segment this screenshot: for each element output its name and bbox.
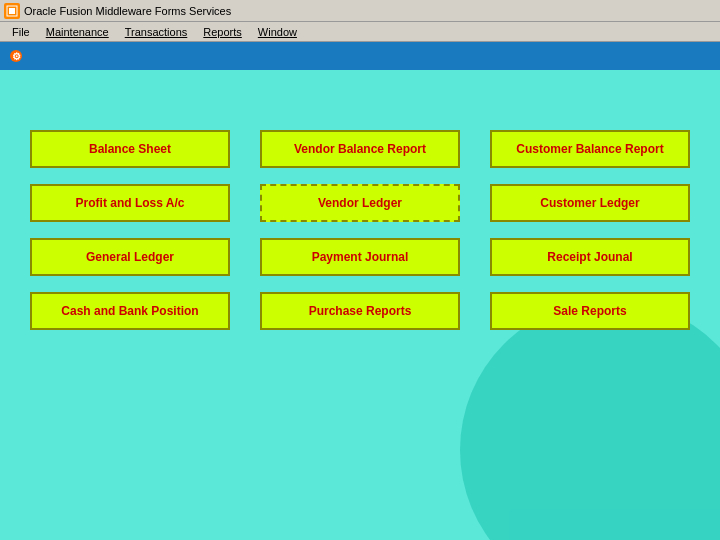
sale-reports-button[interactable]: Sale Reports [490, 292, 690, 330]
profit-loss-button[interactable]: Profit and Loss A/c [30, 184, 230, 222]
general-ledger-button[interactable]: General Ledger [30, 238, 230, 276]
app-icon [4, 3, 20, 19]
vendor-ledger-button[interactable]: Vendor Ledger [260, 184, 460, 222]
customer-ledger-button[interactable]: Customer Ledger [490, 184, 690, 222]
menu-window[interactable]: Window [250, 24, 305, 40]
vendor-balance-report-button[interactable]: Vendor Balance Report [260, 130, 460, 168]
balance-sheet-button[interactable]: Balance Sheet [30, 130, 230, 168]
toolbar-icon[interactable]: ⚙ [6, 46, 26, 66]
menu-maintenance[interactable]: Maintenance [38, 24, 117, 40]
customer-balance-report-button[interactable]: Customer Balance Report [490, 130, 690, 168]
menu-reports[interactable]: Reports [195, 24, 250, 40]
menu-bar: File Maintenance Transactions Reports Wi… [0, 22, 720, 42]
main-content: Balance Sheet Vendor Balance Report Cust… [0, 70, 720, 540]
title-bar: Oracle Fusion Middleware Forms Services [0, 0, 720, 22]
menu-transactions[interactable]: Transactions [117, 24, 196, 40]
report-button-grid: Balance Sheet Vendor Balance Report Cust… [30, 130, 690, 330]
svg-text:⚙: ⚙ [12, 51, 21, 62]
purchase-reports-button[interactable]: Purchase Reports [260, 292, 460, 330]
window-title: Oracle Fusion Middleware Forms Services [24, 5, 231, 17]
menu-file[interactable]: File [4, 24, 38, 40]
svg-rect-1 [9, 8, 15, 14]
cash-bank-position-button[interactable]: Cash and Bank Position [30, 292, 230, 330]
payment-journal-button[interactable]: Payment Journal [260, 238, 460, 276]
toolbar: ⚙ [0, 42, 720, 70]
watermark-decoration [460, 300, 720, 540]
receipt-journal-button[interactable]: Receipt Jounal [490, 238, 690, 276]
